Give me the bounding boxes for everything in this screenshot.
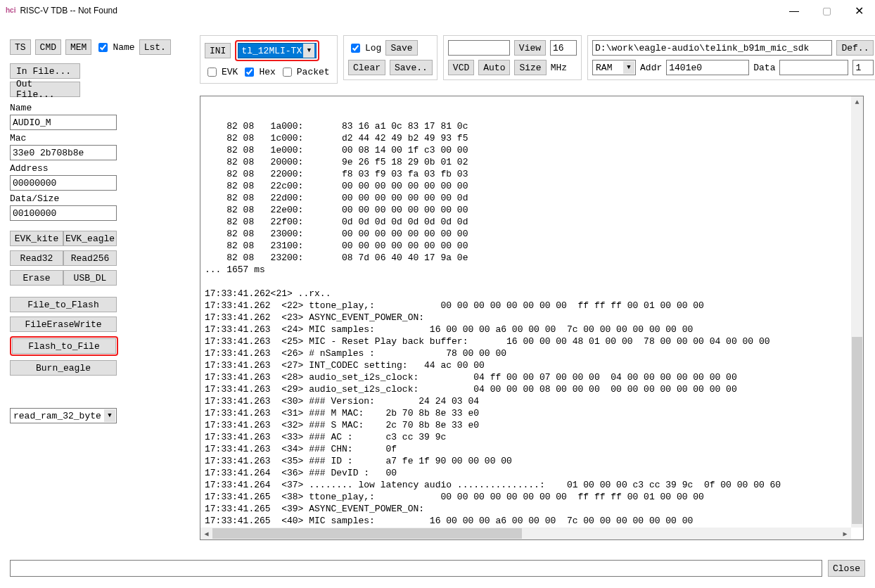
file-to-flash-button[interactable]: File_to_Flash bbox=[10, 297, 117, 312]
ram-combo-label: RAM bbox=[596, 63, 612, 73]
minimize-button[interactable]: — bbox=[778, 0, 810, 21]
name-checkbox[interactable]: Name bbox=[96, 41, 134, 54]
packet-checkbox-label: Packet bbox=[297, 67, 330, 77]
erase-button[interactable]: Erase bbox=[10, 270, 63, 286]
evk-kite-button[interactable]: EVK_kite bbox=[10, 231, 63, 246]
ram-combo[interactable]: RAM ▼ bbox=[592, 60, 636, 75]
view-num-input[interactable] bbox=[550, 40, 577, 56]
tl-combo-label: tl_12MLI-TX. bbox=[241, 46, 307, 56]
data-label: Data bbox=[753, 63, 775, 73]
view-button[interactable]: View bbox=[514, 40, 546, 56]
close-window-button[interactable]: ✕ bbox=[843, 0, 875, 21]
usb-dl-button[interactable]: USB_DL bbox=[63, 270, 117, 286]
maximize-button[interactable]: ▢ bbox=[810, 0, 843, 21]
file-erase-write-button[interactable]: FileEraseWrite bbox=[10, 317, 117, 332]
save-button[interactable]: Save bbox=[385, 40, 417, 56]
log-text-area[interactable]: 82 08 1a000: 83 16 a1 0c 83 17 81 0c 82 … bbox=[200, 96, 864, 540]
packet-checkbox[interactable]: Packet bbox=[280, 65, 330, 79]
size-button[interactable]: Size bbox=[514, 60, 546, 75]
command-input[interactable] bbox=[10, 560, 822, 577]
window-title: RISC-V TDB -- Not Found bbox=[20, 6, 117, 15]
data-input[interactable] bbox=[779, 60, 848, 75]
evk-checkbox-label: EVK bbox=[222, 67, 238, 77]
save-as-button[interactable]: Save.. bbox=[390, 60, 433, 75]
data-size-input[interactable] bbox=[10, 205, 117, 221]
hex-checkbox-label: Hex bbox=[259, 67, 275, 77]
lst-button[interactable]: Lst. bbox=[139, 39, 171, 55]
burn-eagle-button[interactable]: Burn_eagle bbox=[10, 360, 117, 376]
chevron-down-icon: ▼ bbox=[104, 409, 115, 422]
clear-button[interactable]: Clear bbox=[348, 60, 385, 75]
view-input[interactable] bbox=[448, 40, 510, 56]
name-input[interactable] bbox=[10, 115, 117, 130]
flash-to-file-button[interactable]: Flash_to_File bbox=[12, 338, 116, 354]
data-size-label: Data/Size bbox=[10, 193, 194, 204]
vertical-scrollbar[interactable]: ▲ ▼ bbox=[851, 96, 863, 528]
hex-checkbox[interactable]: Hex bbox=[242, 65, 275, 79]
chevron-down-icon: ▼ bbox=[623, 61, 634, 74]
addr-label: Addr bbox=[640, 63, 662, 73]
read-ram-combo[interactable]: read_ram_32_byte ▼ bbox=[10, 408, 117, 423]
scroll-right-arrow-icon[interactable]: ▶ bbox=[839, 530, 851, 538]
log-checkbox[interactable]: Log bbox=[348, 41, 381, 55]
ts-button[interactable]: TS bbox=[10, 39, 31, 55]
out-file-button[interactable]: Out File... bbox=[10, 82, 80, 97]
name-label: Name bbox=[10, 103, 194, 113]
mac-input[interactable] bbox=[10, 145, 117, 160]
hscroll-thumb[interactable] bbox=[212, 528, 522, 539]
titlebar: hci RISC-V TDB -- Not Found — ▢ ✕ bbox=[0, 0, 875, 21]
evk-checkbox[interactable]: EVK bbox=[205, 65, 238, 79]
evk-eagle-button[interactable]: EVK_eagle bbox=[63, 231, 117, 246]
app-icon: hci bbox=[6, 6, 15, 14]
scroll-thumb[interactable] bbox=[852, 337, 862, 524]
mem-button[interactable]: MEM bbox=[65, 39, 91, 55]
address-input[interactable] bbox=[10, 175, 117, 191]
addr-input[interactable] bbox=[666, 60, 749, 75]
auto-button[interactable]: Auto bbox=[478, 60, 510, 75]
close-button[interactable]: Close bbox=[828, 560, 865, 577]
mhz-label: MHz bbox=[551, 63, 567, 73]
tl-combo-highlight: tl_12MLI-TX. ▼ bbox=[235, 40, 319, 61]
def-button[interactable]: Def.. bbox=[836, 40, 874, 56]
ini-button[interactable]: INI bbox=[205, 43, 231, 58]
cmd-button[interactable]: CMD bbox=[35, 39, 61, 55]
read32-button[interactable]: Read32 bbox=[10, 250, 63, 266]
read256-button[interactable]: Read256 bbox=[63, 250, 117, 266]
read-ram-combo-label: read_ram_32_byte bbox=[13, 411, 101, 421]
mac-label: Mac bbox=[10, 133, 194, 143]
scroll-left-arrow-icon[interactable]: ◀ bbox=[200, 530, 212, 538]
tl-combo[interactable]: tl_12MLI-TX. ▼ bbox=[238, 43, 317, 58]
scroll-up-arrow-icon[interactable]: ▲ bbox=[851, 96, 863, 108]
flash-to-file-highlight: Flash_to_File bbox=[10, 336, 118, 356]
path-input[interactable] bbox=[592, 40, 832, 56]
address-label: Address bbox=[10, 163, 194, 174]
n-input[interactable] bbox=[852, 60, 874, 75]
name-checkbox-label: Name bbox=[113, 42, 134, 53]
log-checkbox-label: Log bbox=[365, 43, 381, 53]
horizontal-scrollbar[interactable]: ◀ ▶ bbox=[200, 528, 851, 539]
vcd-button[interactable]: VCD bbox=[448, 60, 474, 75]
in-file-button[interactable]: In File... bbox=[10, 63, 80, 79]
chevron-down-icon: ▼ bbox=[303, 44, 314, 58]
